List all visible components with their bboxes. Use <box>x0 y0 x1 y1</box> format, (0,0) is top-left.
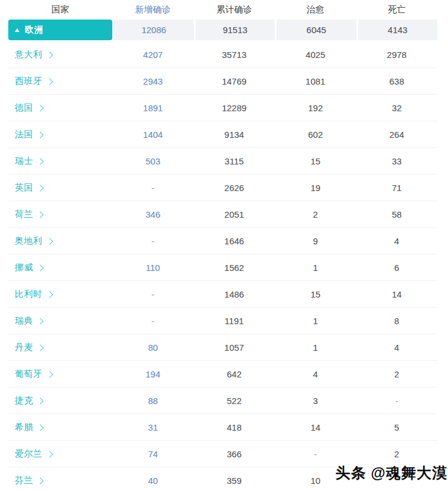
country-cell: 挪威 <box>8 262 112 273</box>
table-row[interactable]: 丹麦 80 1057 1 4 <box>8 334 437 361</box>
chevron-right-icon <box>37 344 43 351</box>
country-cell: 丹麦 <box>8 342 112 353</box>
table-row[interactable]: 英国 - 2626 19 71 <box>8 175 437 201</box>
cured-value: 3 <box>275 396 356 406</box>
country-cell: 荷兰 <box>8 209 112 220</box>
country-name: 瑞士 <box>15 156 33 167</box>
new-confirmed-value: 80 <box>112 343 194 353</box>
country-name: 希腊 <box>15 422 33 433</box>
cured-value: 1 <box>275 316 356 326</box>
country-name: 丹麦 <box>15 342 33 353</box>
country-cell: 德国 <box>8 102 112 114</box>
deaths-value: 4 <box>356 343 438 353</box>
cured-value: 15 <box>275 156 356 166</box>
deaths-value: 32 <box>356 103 438 113</box>
new-confirmed-value: 31 <box>112 422 194 432</box>
table-row[interactable]: 爱尔兰 74 366 - 2 <box>8 441 437 467</box>
deaths-value: 4 <box>356 236 438 246</box>
cured-value: 9 <box>275 236 356 246</box>
deaths-value: 2 <box>356 449 438 459</box>
chevron-right-icon <box>37 158 43 164</box>
total-confirmed-value: 9134 <box>194 130 275 140</box>
total-confirmed-value: 1057 <box>194 343 275 353</box>
chevron-right-icon <box>37 398 43 404</box>
table-row[interactable]: 奥地利 - 1646 9 4 <box>8 228 437 254</box>
deaths-value: 14 <box>356 289 438 299</box>
total-confirmed-value: 642 <box>194 369 275 379</box>
new-confirmed-value: 503 <box>112 156 194 166</box>
country-name: 西班牙 <box>15 76 43 87</box>
country-cell: 瑞士 <box>8 156 112 167</box>
country-cell: 英国 <box>8 182 112 193</box>
country-name: 葡萄牙 <box>15 369 43 380</box>
table-row[interactable]: 挪威 110 1562 1 6 <box>8 254 437 281</box>
country-cell: 比利时 <box>8 289 112 300</box>
table-header-row: 国家 新增确诊 累计确诊 治愈 死亡 <box>8 0 437 20</box>
new-confirmed-value: 88 <box>112 396 194 406</box>
chevron-right-icon <box>37 424 43 431</box>
table-body: 意大利 4207 35713 4025 2978 西班牙 2943 14769 … <box>8 41 437 491</box>
chevron-right-icon <box>37 318 43 324</box>
deaths-value: 58 <box>356 209 438 219</box>
chevron-right-icon <box>46 51 53 58</box>
country-name: 爱尔兰 <box>15 448 43 460</box>
table-row[interactable]: 西班牙 2943 14769 1081 638 <box>8 68 437 95</box>
total-confirmed-value: 359 <box>194 476 275 486</box>
new-confirmed-value: 194 <box>112 369 194 379</box>
new-confirmed-value: - <box>112 236 194 246</box>
table-row[interactable]: 瑞士 503 3115 15 33 <box>8 148 437 175</box>
header-deaths[interactable]: 死亡 <box>356 4 438 15</box>
group-toggle-europe[interactable]: 欧洲 <box>8 20 112 40</box>
triangle-up-icon <box>15 28 20 32</box>
total-confirmed-value: 522 <box>194 396 275 406</box>
table-row[interactable]: 葡萄牙 194 642 4 2 <box>8 361 437 387</box>
table-row[interactable]: 荷兰 346 2051 2 58 <box>8 201 437 228</box>
header-cured[interactable]: 治愈 <box>275 4 356 15</box>
total-confirmed-value: 366 <box>194 449 275 459</box>
country-cell: 爱尔兰 <box>8 448 112 460</box>
cured-value: - <box>275 449 356 459</box>
new-confirmed-value: - <box>112 183 194 193</box>
table-row[interactable]: 芬兰 40 359 10 <box>8 467 437 491</box>
group-cured-value: 6045 <box>277 20 356 40</box>
table-row[interactable]: 法国 1404 9134 602 264 <box>8 121 437 148</box>
table-row[interactable]: 比利时 - 1486 15 14 <box>8 281 437 308</box>
table-row[interactable]: 意大利 4207 35713 4025 2978 <box>8 41 437 68</box>
chevron-right-icon <box>46 78 53 85</box>
new-confirmed-value: 4207 <box>112 50 194 60</box>
chevron-right-icon <box>37 264 43 271</box>
new-confirmed-value: 110 <box>112 263 194 273</box>
new-confirmed-value: 40 <box>112 476 194 486</box>
new-confirmed-value: 1891 <box>112 103 194 113</box>
header-new-confirmed[interactable]: 新增确诊 <box>112 4 194 15</box>
cured-value: 1 <box>275 263 356 273</box>
chevron-right-icon <box>46 238 53 244</box>
deaths-value: 2978 <box>356 50 438 60</box>
new-confirmed-value: - <box>112 289 194 299</box>
group-deaths-value: 4143 <box>358 20 438 40</box>
header-total-confirmed[interactable]: 累计确诊 <box>194 4 275 15</box>
country-name: 德国 <box>15 102 33 114</box>
cured-value: 602 <box>275 130 356 140</box>
deaths-value: 71 <box>356 183 438 193</box>
chevron-right-icon <box>46 451 53 457</box>
cured-value: 1 <box>275 343 356 353</box>
total-confirmed-value: 418 <box>194 422 275 432</box>
country-name: 比利时 <box>15 289 43 300</box>
total-confirmed-value: 2051 <box>194 209 275 219</box>
new-confirmed-value: - <box>112 316 194 326</box>
total-confirmed-value: 1562 <box>194 263 275 273</box>
deaths-value: 6 <box>356 263 438 273</box>
country-cell: 奥地利 <box>8 235 112 247</box>
total-confirmed-value: 35713 <box>194 50 275 60</box>
header-country: 国家 <box>8 4 112 15</box>
group-total-confirmed-value: 91513 <box>196 20 275 40</box>
deaths-value: 8 <box>356 316 438 326</box>
chevron-right-icon <box>37 477 43 484</box>
table-row[interactable]: 德国 1891 12289 192 32 <box>8 95 437 121</box>
table-row[interactable]: 捷克 88 522 3 - <box>8 387 437 414</box>
total-confirmed-value: 1191 <box>194 316 275 326</box>
table-row[interactable]: 希腊 31 418 14 5 <box>8 414 437 441</box>
table-row[interactable]: 瑞典 - 1191 1 8 <box>8 308 437 334</box>
deaths-value: - <box>356 396 438 406</box>
